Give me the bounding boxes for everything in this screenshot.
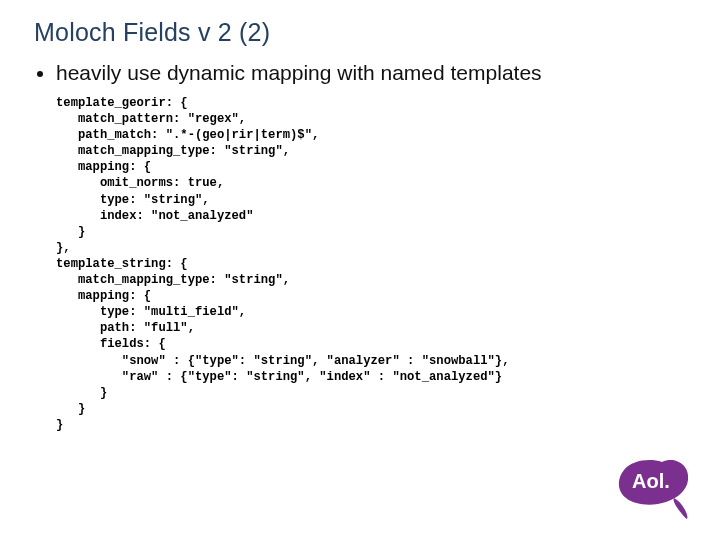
bullet-list: heavily use dynamic mapping with named t…	[34, 61, 686, 85]
aol-logo-text: Aol.	[632, 470, 670, 492]
slide-title: Moloch Fields v 2 (2)	[34, 18, 686, 47]
code-block: template_georir: { match_pattern: "regex…	[56, 95, 686, 433]
bullet-item: heavily use dynamic mapping with named t…	[56, 61, 686, 85]
aol-logo: Aol.	[614, 454, 694, 526]
